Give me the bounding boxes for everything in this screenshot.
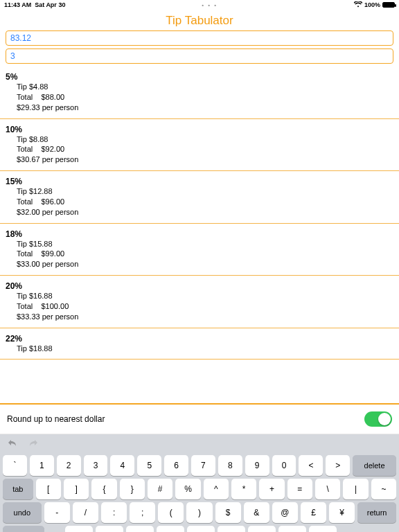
key[interactable]: ~ — [371, 479, 396, 499]
round-label: Round up to nearest dollar — [7, 414, 105, 424]
multitask-dots: • • • — [65, 2, 354, 8]
key[interactable]: ` — [3, 455, 27, 476]
key[interactable]: # — [148, 479, 172, 499]
key[interactable]: _ — [278, 526, 306, 532]
per-person: $33.33 per person — [17, 312, 393, 322]
key[interactable]: > — [326, 455, 350, 476]
tip-row: 5% Tip $4.88 Total $88.00 $29.33 per per… — [0, 66, 399, 119]
tip-row: 18% Tip $15.88 Total $99.00 $33.00 per p… — [0, 224, 399, 276]
key[interactable]: . — [96, 526, 123, 532]
battery-pct: 100% — [364, 1, 380, 8]
tip-row: 20% Tip $16.88 Total $100.00 $33.33 per … — [0, 276, 399, 328]
key[interactable]: % — [175, 479, 200, 499]
key[interactable]: 1 — [30, 455, 54, 476]
key[interactable]: , — [126, 526, 154, 532]
per-person: $33.00 per person — [17, 259, 393, 269]
key[interactable]: ( — [158, 502, 184, 523]
key[interactable]: [ — [36, 479, 61, 499]
key[interactable]: - — [44, 502, 70, 523]
total-val: $100.00 — [41, 302, 69, 310]
kb-row-2: tab [ ] { } # % ^ * + = \ | ~ — [3, 479, 396, 499]
tip-list: 5% Tip $4.88 Total $88.00 $29.33 per per… — [0, 66, 399, 403]
total-lbl: Total — [17, 92, 33, 103]
key[interactable]: ¥ — [329, 502, 355, 523]
key[interactable]: ' — [218, 526, 245, 532]
total-val: $96.00 — [41, 197, 64, 206]
key[interactable]: 2 — [57, 455, 81, 476]
tip-row: 22% Tip $18.88 — [0, 328, 399, 360]
redo-key[interactable]: redo — [3, 526, 44, 532]
tip-row: 15% Tip $12.88 Total $96.00 $32.00 per p… — [0, 171, 399, 224]
status-date: Sat Apr 30 — [35, 1, 65, 8]
key[interactable]: ] — [64, 479, 89, 499]
key[interactable]: 6 — [164, 455, 188, 476]
key[interactable]: ; — [130, 502, 155, 523]
key[interactable]: \ — [315, 479, 340, 499]
tab-key[interactable]: tab — [3, 479, 33, 499]
tip-pct: 18% — [6, 229, 393, 239]
delete-key[interactable]: delete — [353, 455, 396, 476]
key[interactable]: / — [73, 502, 98, 523]
key[interactable]: 4 — [110, 455, 134, 476]
tip-pct: 5% — [6, 72, 393, 82]
tip-line: Tip $18.88 — [17, 344, 393, 353]
key[interactable]: 0 — [272, 455, 296, 476]
redo-icon[interactable] — [26, 438, 39, 451]
wifi-icon — [354, 1, 362, 9]
key[interactable]: < — [299, 455, 323, 476]
status-right: 100% — [354, 1, 395, 9]
total-lbl: Total — [17, 249, 33, 259]
kb-row-3: undo - / : ; ( ) $ & @ £ ¥ return — [3, 502, 396, 523]
app-title: Tip Tabulator — [0, 10, 399, 30]
per-person: $32.00 per person — [17, 207, 393, 218]
keyboard: ` 1 2 3 4 5 6 7 8 9 0 < > delete tab [ ]… — [0, 434, 399, 532]
tip-pct: 22% — [6, 334, 393, 344]
key[interactable]: 8 — [218, 455, 242, 476]
key[interactable]: = — [287, 479, 312, 499]
amount-input[interactable] — [6, 30, 393, 46]
tip-line: Tip $12.88 — [17, 186, 393, 197]
tip-line: Tip $15.88 — [17, 239, 393, 249]
key[interactable]: " — [248, 526, 276, 532]
people-input[interactable] — [6, 48, 393, 64]
total-val: $92.00 — [41, 145, 64, 153]
tip-line: Tip $8.88 — [17, 134, 393, 145]
key[interactable]: + — [259, 479, 284, 499]
tip-pct: 10% — [6, 125, 393, 134]
key[interactable]: ) — [186, 502, 212, 523]
battery-icon — [382, 2, 395, 8]
key[interactable]: € — [309, 526, 337, 532]
key[interactable]: 3 — [84, 455, 108, 476]
undo-key[interactable]: undo — [3, 502, 42, 523]
per-person: $29.33 per person — [17, 103, 393, 113]
return-key[interactable]: return — [357, 502, 396, 523]
key[interactable]: 7 — [191, 455, 215, 476]
total-lbl: Total — [17, 301, 33, 312]
key[interactable]: 9 — [245, 455, 269, 476]
key[interactable]: & — [244, 502, 269, 523]
undo-icon[interactable] — [7, 438, 19, 451]
key[interactable]: : — [101, 502, 127, 523]
round-switch[interactable] — [364, 411, 392, 427]
key[interactable]: * — [231, 479, 256, 499]
key[interactable]: … — [65, 526, 93, 532]
key[interactable]: 5 — [137, 455, 161, 476]
total-lbl: Total — [17, 144, 33, 154]
kb-row-4: redo … . , ? ! ' " _ € — [3, 526, 396, 532]
tip-line: Tip $16.88 — [17, 291, 393, 301]
tip-row: 10% Tip $8.88 Total $92.00 $30.67 per pe… — [0, 119, 399, 172]
status-bar: 11:43 AM Sat Apr 30 • • • 100% — [0, 0, 399, 10]
key[interactable]: @ — [272, 502, 298, 523]
key[interactable]: | — [343, 479, 368, 499]
tip-line: Tip $4.88 — [17, 82, 393, 92]
key[interactable]: £ — [301, 502, 326, 523]
tip-pct: 20% — [6, 281, 393, 291]
tip-pct: 15% — [6, 177, 393, 186]
key[interactable]: ^ — [204, 479, 229, 499]
key[interactable]: ? — [157, 526, 184, 532]
key[interactable]: } — [120, 479, 145, 499]
clock: 11:43 AM — [4, 1, 31, 8]
key[interactable]: { — [91, 479, 116, 499]
key[interactable]: ! — [187, 526, 215, 532]
key[interactable]: $ — [215, 502, 241, 523]
